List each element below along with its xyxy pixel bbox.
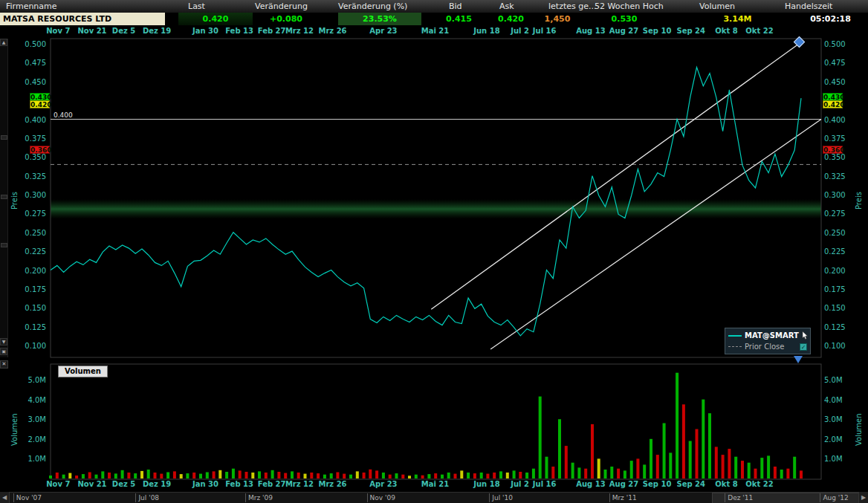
- column-header-last[interactable]: Last: [188, 1, 205, 11]
- legend-prior-close-label[interactable]: Prior Close: [745, 343, 797, 351]
- scroll-up-icon[interactable]: ▲: [0, 39, 7, 46]
- rail-marker[interactable]: [1, 243, 7, 247]
- quote-header-row: Firmenname Last Veränderung Veränderung …: [0, 0, 868, 13]
- column-header-volumen[interactable]: Volumen: [699, 1, 735, 11]
- volume-tick-label-right: 3.0M: [824, 415, 857, 424]
- volume-bar: [330, 473, 333, 478]
- rail-marker[interactable]: [1, 195, 7, 199]
- price-tick-label-right: 0.375: [824, 134, 857, 143]
- timeline-period-label: Jul '10: [489, 493, 513, 502]
- volume-bar: [636, 458, 639, 478]
- price-chart-date-label: Mrz 26: [307, 27, 359, 35]
- volume-tick-label-left: 1.0M: [13, 455, 46, 463]
- volume-bar: [656, 455, 659, 478]
- volume-bar: [375, 470, 378, 478]
- volume-bar: [434, 473, 437, 478]
- panel-icon[interactable]: ▣: [0, 348, 7, 355]
- volume-bar: [760, 458, 763, 478]
- volume-bar: [532, 469, 535, 478]
- price-tick-label-left: 0.400: [13, 116, 46, 124]
- volume-bar: [284, 473, 287, 478]
- price-chart-date-label: Okt 22: [733, 27, 786, 35]
- column-header-veraenderung-pct[interactable]: Veränderung (%): [338, 1, 407, 11]
- prior-close-checkbox[interactable]: ✓: [800, 343, 807, 351]
- volume-plot-frame: [51, 364, 821, 479]
- volume-bar: [415, 475, 418, 478]
- volume-bar: [571, 463, 574, 478]
- column-header-bid[interactable]: Bid: [449, 1, 462, 11]
- volume-bar: [513, 470, 516, 478]
- volume-bar: [75, 476, 78, 478]
- volume-bar: [774, 467, 777, 478]
- legend-series-row[interactable]: MAT@SMART: [728, 330, 807, 341]
- vertical-scrollbar-rail[interactable]: ▲ ▼ ▣: [0, 39, 8, 357]
- volume-bar: [696, 429, 699, 479]
- legend-prior-close-row[interactable]: Prior Close ✓: [728, 341, 807, 352]
- volume-bar: [551, 467, 554, 478]
- volume-chart-date-label: Dez 19: [131, 480, 183, 488]
- price-line: [51, 68, 801, 336]
- timeline-period-label: Nov '07: [13, 493, 42, 502]
- company-name-cell[interactable]: MATSA RESOURCES LTD: [0, 13, 165, 25]
- volume-tick-label-right: 2.0M: [824, 435, 857, 444]
- volume-bar: [121, 470, 124, 478]
- volume-bar: [624, 470, 626, 478]
- volume-bar: [127, 473, 130, 478]
- price-tick-label-left: 0.350: [13, 153, 46, 161]
- volume-bar: [748, 463, 751, 478]
- volume-bar: [643, 464, 646, 478]
- volume-bar: [218, 470, 221, 478]
- rail-marker[interactable]: [1, 135, 7, 140]
- column-header-firmenname[interactable]: Firmenname: [6, 1, 57, 11]
- column-header-handelszeit[interactable]: Handelszeit: [785, 1, 832, 11]
- price-tick-label-left: 0.325: [13, 172, 46, 181]
- volume-bar: [722, 455, 725, 478]
- price-tick-label-right: 0.350: [824, 153, 857, 161]
- price-chart-date-label: Mai 21: [409, 27, 461, 35]
- volume-bar: [82, 474, 85, 478]
- volume-bar: [291, 471, 294, 478]
- volume-panel-title[interactable]: Volumen: [58, 366, 108, 377]
- column-header-veraenderung[interactable]: Veränderung: [255, 1, 308, 11]
- scroll-right-icon[interactable]: ▶: [858, 492, 868, 503]
- ask-value: 0.420: [483, 13, 539, 25]
- scroll-down-icon[interactable]: ▼: [0, 338, 7, 345]
- volume-bar: [519, 472, 522, 478]
- trade-time-value: 05:02:18: [799, 13, 862, 25]
- volume-bar: [154, 473, 157, 478]
- volume-bar: [480, 473, 483, 478]
- price-marker-chip-left: 0.360: [30, 146, 50, 154]
- close-pane-icon[interactable]: ✕: [0, 360, 8, 369]
- chart-annotation-arrow[interactable]: [794, 356, 803, 363]
- volume-tick-label-right: 5.0M: [824, 376, 857, 384]
- volume-bar: [663, 424, 666, 479]
- volume-bar: [389, 475, 392, 478]
- volume-bar: [336, 473, 339, 479]
- timeline-period-label: Nov '09: [367, 493, 395, 502]
- price-tick-label-left: 0.375: [13, 134, 46, 143]
- legend-series-label[interactable]: MAT@SMART: [745, 331, 799, 340]
- column-header-letztes-geschaeft[interactable]: letztes ge...: [548, 1, 596, 11]
- volume-bar: [95, 475, 98, 478]
- volume-bar: [245, 472, 248, 478]
- volume-bar: [506, 473, 509, 478]
- volume-bar: [800, 470, 803, 478]
- trendline-end-diamond-marker[interactable]: [794, 36, 806, 48]
- volume-tick-label-left: 3.0M: [13, 415, 46, 424]
- volume-chart-date-label: Jul 16: [519, 480, 571, 488]
- volume-bar: [780, 470, 783, 478]
- volume-bar: [408, 476, 411, 478]
- price-tick-label-left: 0.225: [13, 247, 46, 256]
- price-level-label: 0.400: [54, 111, 73, 119]
- scroll-left-icon[interactable]: ◀: [0, 492, 10, 503]
- volume-bar: [617, 469, 620, 478]
- price-marker-chip-right: 0.420: [823, 100, 843, 108]
- volume-bar: [767, 455, 770, 478]
- column-header-ask[interactable]: Ask: [499, 1, 514, 11]
- volume-bar: [166, 473, 169, 479]
- chart-canvas[interactable]: 0.400: [0, 0, 868, 503]
- volume-bar: [467, 473, 470, 478]
- column-header-52w-hoch[interactable]: 52 Wochen Hoch: [595, 1, 664, 11]
- volume-bar: [715, 447, 718, 478]
- volume-bar: [271, 470, 274, 478]
